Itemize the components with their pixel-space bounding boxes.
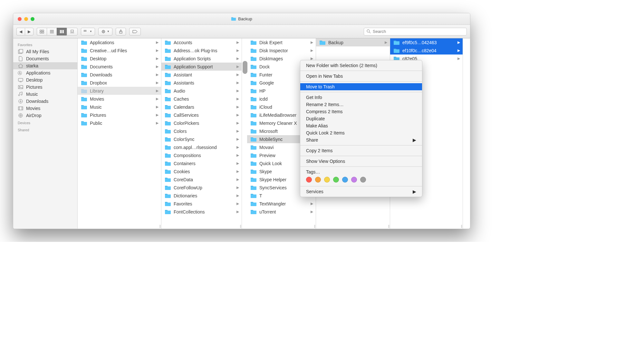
folder-row[interactable]: Application Scripts▶: [161, 55, 242, 63]
folder-row[interactable]: Application Support▶: [161, 63, 242, 71]
folder-row[interactable]: uTorrent▶: [247, 208, 316, 216]
folder-row[interactable]: Caches▶: [161, 95, 242, 103]
folder-label: Creative…ud Files: [90, 48, 154, 53]
folder-row[interactable]: Documents▶: [78, 63, 161, 71]
context-menu-item[interactable]: Move to Trash: [300, 83, 422, 90]
back-button[interactable]: ◀: [16, 28, 25, 35]
folder-row[interactable]: ef9f0c5…042463▶: [390, 38, 463, 46]
minimize-button[interactable]: [24, 17, 28, 21]
column-view-button[interactable]: [57, 28, 67, 35]
sidebar-item-airdrop[interactable]: AirDrop: [13, 112, 77, 119]
sidebar-item-starka[interactable]: starka: [13, 62, 77, 69]
tag-dot[interactable]: [342, 177, 348, 183]
folder-row[interactable]: Cookies▶: [161, 167, 242, 175]
folder-row[interactable]: Colors▶: [161, 127, 242, 135]
context-menu-item[interactable]: Tags…: [300, 168, 422, 175]
coverflow-view-button[interactable]: [67, 28, 78, 35]
svg-rect-10: [63, 30, 64, 33]
share-button[interactable]: [116, 28, 126, 35]
folder-row[interactable]: Favorites▶: [161, 200, 242, 208]
context-menu-item[interactable]: Share▶: [300, 136, 422, 144]
sidebar-item-music[interactable]: Music: [13, 91, 77, 98]
folder-row[interactable]: Applications▶: [78, 38, 161, 46]
folder-row[interactable]: CoreData▶: [161, 175, 242, 184]
tag-dot[interactable]: [333, 177, 339, 183]
folder-row[interactable]: Music▶: [78, 103, 161, 111]
folder-row[interactable]: Downloads▶: [78, 71, 161, 79]
folder-row[interactable]: ColorSync▶: [161, 135, 242, 143]
tag-dot[interactable]: [360, 177, 366, 183]
sidebar-item-pictures[interactable]: Pictures: [13, 84, 77, 91]
tag-dot[interactable]: [351, 177, 357, 183]
sidebar-item-desktop[interactable]: Desktop: [13, 76, 77, 84]
folder-row[interactable]: CallServices▶: [161, 111, 242, 119]
context-menu-item[interactable]: Make Alias: [300, 122, 422, 129]
folder-row[interactable]: Assistant▶: [161, 71, 242, 79]
folder-row[interactable]: Backup▶: [316, 38, 390, 46]
search-field[interactable]: [364, 28, 467, 35]
tag-dot[interactable]: [306, 177, 312, 183]
list-view-button[interactable]: [47, 28, 57, 35]
context-menu-item[interactable]: Rename 2 Items…: [300, 101, 422, 108]
folder-row[interactable]: Dictionaries▶: [161, 192, 242, 200]
column-resize-handle[interactable]: ||: [159, 224, 160, 228]
sidebar-item-documents[interactable]: Documents: [13, 55, 77, 62]
sidebar-item-downloads[interactable]: Downloads: [13, 98, 77, 105]
folder-label: ef10f0c…c82e04: [402, 48, 456, 53]
column-resize-handle[interactable]: ||: [314, 224, 315, 228]
folder-row[interactable]: Disk Inspector▶: [247, 46, 316, 55]
close-button[interactable]: [18, 17, 22, 21]
folder-row[interactable]: ColorPickers▶: [161, 119, 242, 127]
column-resize-handle[interactable]: ||: [388, 224, 389, 228]
column-resize-handle[interactable]: ||: [240, 224, 241, 228]
context-menu-item[interactable]: New Folder with Selection (2 Items): [300, 62, 422, 69]
folder-row[interactable]: Address…ok Plug-Ins▶: [161, 46, 242, 55]
zoom-button[interactable]: [31, 17, 34, 21]
folder-row[interactable]: Accounts▶: [161, 38, 242, 46]
context-menu-item[interactable]: Duplicate: [300, 115, 422, 122]
svg-rect-95: [320, 41, 325, 45]
svg-text:Ⓐ: Ⓐ: [18, 71, 22, 75]
sidebar-item-movies[interactable]: Movies: [13, 105, 77, 112]
folder-row[interactable]: Dropbox▶: [78, 79, 161, 87]
icon-view-button[interactable]: [37, 28, 47, 35]
folder-row[interactable]: CoreFollowUp▶: [161, 184, 242, 192]
context-menu-item[interactable]: Get Info: [300, 94, 422, 101]
folder-label: Assistant: [174, 72, 235, 77]
context-menu-item[interactable]: Compress 2 Items: [300, 108, 422, 115]
folder-row[interactable]: Disk Expert▶: [247, 38, 316, 46]
folder-row[interactable]: Compositions▶: [161, 151, 242, 159]
action-button[interactable]: ▼: [98, 28, 112, 35]
folder-row[interactable]: Audio▶: [161, 87, 242, 95]
sidebar-item-all-my-files[interactable]: All My Files: [13, 48, 77, 55]
sidebar-item-applications[interactable]: ⒶApplications: [13, 69, 77, 76]
svg-rect-55: [165, 74, 171, 77]
arrange-button[interactable]: ▼: [81, 28, 95, 35]
context-menu-item[interactable]: Open in New Tabs: [300, 73, 422, 80]
folder-row[interactable]: ef10f0c…c82e04▶: [390, 46, 463, 55]
folder-row[interactable]: Containers▶: [161, 159, 242, 167]
context-menu-item[interactable]: Copy 2 Items: [300, 147, 422, 154]
folder-row[interactable]: TextWrangler▶: [247, 200, 316, 208]
scrollbar[interactable]: [243, 61, 247, 74]
tags-button[interactable]: [129, 28, 141, 35]
folder-row[interactable]: Desktop▶: [78, 55, 161, 63]
folder-row[interactable]: Library▶: [78, 87, 161, 95]
column-resize-handle[interactable]: ||: [461, 224, 462, 228]
folder-row[interactable]: Pictures▶: [78, 111, 161, 119]
context-menu-item[interactable]: Services▶: [300, 188, 422, 195]
folder-row[interactable]: FontCollections▶: [161, 208, 242, 216]
folder-row[interactable]: Movies▶: [78, 95, 161, 103]
folder-row[interactable]: Assistants▶: [161, 79, 242, 87]
folder-row[interactable]: com.appl…rlsessiond▶: [161, 143, 242, 151]
forward-button[interactable]: ▶: [25, 28, 34, 35]
tag-dot[interactable]: [315, 177, 321, 183]
chevron-right-icon: ▶: [156, 73, 159, 77]
context-menu-item[interactable]: Quick Look 2 Items: [300, 129, 422, 136]
folder-row[interactable]: Creative…ud Files▶: [78, 46, 161, 55]
search-input[interactable]: [373, 29, 464, 34]
folder-row[interactable]: Public▶: [78, 119, 161, 127]
folder-row[interactable]: Calendars▶: [161, 103, 242, 111]
context-menu-item[interactable]: Show View Options: [300, 158, 422, 165]
tag-dot[interactable]: [324, 177, 330, 183]
